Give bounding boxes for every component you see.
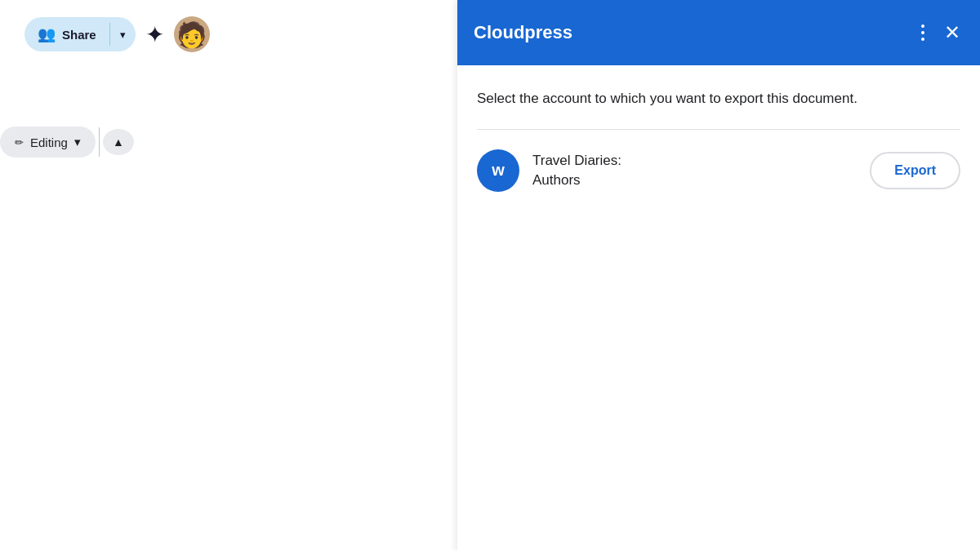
sparkle-icon[interactable]: ✦: [145, 21, 164, 48]
avatar[interactable]: 🧑: [174, 16, 210, 52]
caret-up-button[interactable]: ▲: [103, 129, 134, 155]
chevron-down-icon: ▾: [120, 29, 126, 41]
cloudpress-panel: Cloudpress ✕ Select the account to which…: [457, 0, 980, 551]
account-row: w Travel Diaries: Authors Export: [477, 149, 960, 192]
account-name: Travel Diaries: Authors: [532, 151, 857, 190]
panel-body: Select the account to which you want to …: [457, 65, 980, 551]
docs-editor-area: [0, 0, 457, 551]
menu-dot-1: [921, 24, 924, 28]
toolbar-top: 👥 Share ▾ ✦ 🧑: [24, 16, 210, 52]
menu-dot-2: [921, 31, 924, 34]
panel-divider: [477, 129, 960, 130]
editing-bar: ✏ Editing ▾ ▲: [0, 127, 134, 158]
share-button[interactable]: 👥 Share: [24, 17, 109, 51]
editing-label: Editing: [30, 136, 68, 149]
pencil-icon: ✏: [15, 136, 24, 149]
export-button[interactable]: Export: [870, 152, 960, 189]
account-name-line1: Travel Diaries:: [532, 151, 857, 171]
share-label: Share: [62, 28, 96, 42]
panel-header-actions: ✕: [918, 18, 964, 47]
share-container: 👥 Share ▾: [24, 17, 136, 51]
panel-menu-button[interactable]: [918, 21, 928, 44]
cloudpress-logo-text: w: [492, 161, 505, 180]
menu-dot-3: [921, 38, 924, 41]
panel-title: Cloudpress: [474, 22, 572, 43]
editing-chevron-down-icon: ▾: [74, 135, 81, 149]
share-dropdown-button[interactable]: ▾: [110, 20, 136, 49]
editing-divider: [99, 127, 100, 157]
account-name-line2: Authors: [532, 171, 857, 190]
editing-mode-button[interactable]: ✏ Editing ▾: [0, 127, 96, 158]
export-label: Export: [894, 163, 936, 177]
share-people-icon: 👥: [38, 25, 56, 43]
cloudpress-logo: w: [477, 149, 519, 192]
chevron-up-icon: ▲: [113, 136, 124, 149]
panel-header: Cloudpress ✕: [457, 0, 980, 65]
close-icon: ✕: [944, 21, 960, 43]
panel-description: Select the account to which you want to …: [477, 88, 960, 109]
panel-close-button[interactable]: ✕: [941, 18, 964, 47]
avatar-image: 🧑: [176, 20, 207, 49]
